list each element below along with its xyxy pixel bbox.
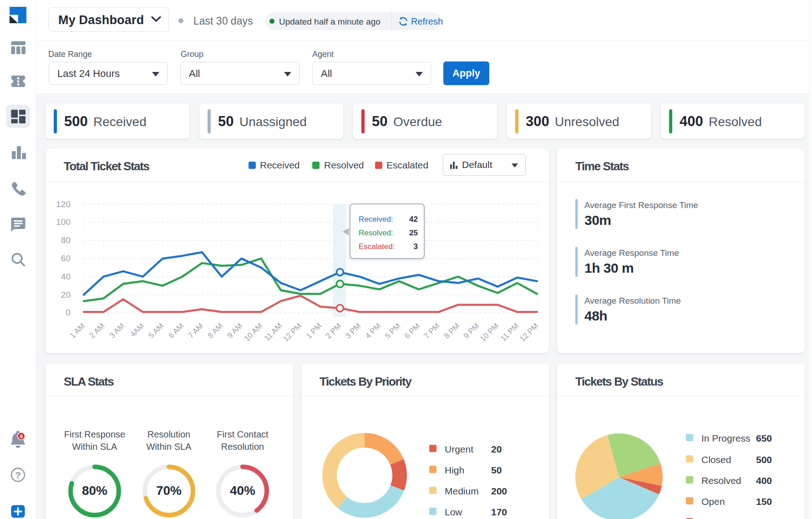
svg-text:4: 4 bbox=[20, 433, 23, 440]
svg-text:?: ? bbox=[15, 470, 21, 480]
